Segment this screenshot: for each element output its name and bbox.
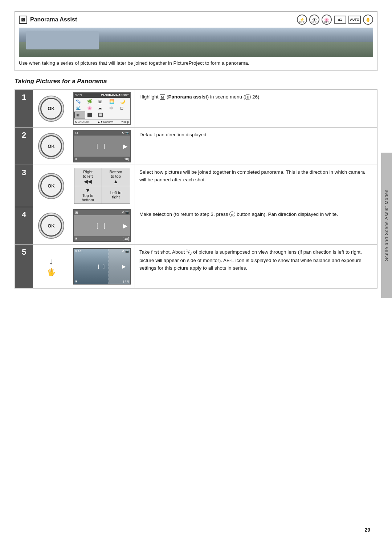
step-1-row: 1 OK SCN PANORAMA ASSIST 🐾 🌿 🏛 🌅 <box>15 90 377 128</box>
ok-button-inner-4: OK <box>40 215 62 237</box>
menu-item: ⚙ <box>108 105 119 111</box>
step-5-number: 5 <box>15 245 33 288</box>
panorama-header: ⊠ Panorama Assist ⚡OFF 👁OFF 🌸OFF ±1 AUTO… <box>19 15 373 25</box>
step-4-description: Make selection (to return to step 3, pre… <box>135 207 377 244</box>
step-1-ok-button: OK <box>33 90 69 127</box>
vf-4-icon-bl: ⊞ <box>75 237 78 241</box>
step-5-screen: ⊠AEL ⚙ 📷 [ ] ▶ ⊞ [ 12] <box>69 245 135 288</box>
camera-image-overlay <box>109 249 130 284</box>
dir-arrow-down: ▼ <box>77 188 99 193</box>
ok-button-inner: OK <box>40 98 62 120</box>
viewfinder-4: ⊠ ⚙ 📷 [ ] ▶ ⊞ [ 18] <box>73 209 131 242</box>
menu-item: 🔲 <box>97 112 107 118</box>
menu-item: 🌿 <box>86 98 97 105</box>
viewfinder-bottom-2: ⊞ [ 18] <box>74 157 130 162</box>
vf-brackets: [ ] <box>97 143 107 149</box>
step-3-row: 3 OK Rightto left ◀◀ Bottomto top ▲ <box>15 165 377 207</box>
menu-item: ◻ <box>119 105 130 111</box>
step-1-menu: SCN PANORAMA ASSIST 🐾 🌿 🏛 🌅 🌙 🌊 🌸 ☁ ⚙ ◻ … <box>73 92 131 125</box>
viewfinder-bottom-4: ⊞ [ 18] <box>74 236 130 241</box>
shutter-down-arrow: ↓ <box>49 256 53 266</box>
menu-item-selected: ⊠ <box>74 112 85 118</box>
step-4-screen: ⊠ ⚙ 📷 [ ] ▶ ⊞ [ 18] <box>69 207 135 244</box>
step-2-screen: ⊠ ⚙ 📷 [ ] ▶ ⊞ [ 18] <box>69 128 135 165</box>
panorama-title-text: Panorama Assist <box>30 16 77 23</box>
camera-bottom-left: ⊞ <box>75 280 78 283</box>
ev-icon: ±1 <box>334 16 346 24</box>
vf-icon-bottom-left: ⊞ <box>75 157 78 161</box>
step-3-direction-diagram: Rightto left ◀◀ Bottomto top ▲ ▼ Top tob… <box>69 165 135 207</box>
vf-4-icons: ⚙ 📷 <box>122 211 129 214</box>
step-1-number: 1 <box>15 90 33 127</box>
viewfinder-top-2: ⊠ ⚙ 📷 <box>74 130 130 136</box>
flash-icon: ⚡OFF <box>297 15 307 25</box>
menu-item: 🌅 <box>108 98 119 105</box>
vf-arrow-right: ▶ <box>123 143 127 150</box>
viewfinder-top-4: ⊠ ⚙ 📷 <box>74 210 130 215</box>
step-2-ok-button: OK <box>33 128 69 165</box>
camera-image-bottom: ⊞ [ 12] <box>74 280 130 283</box>
step-2-row: 2 OK ⊠ ⚙ 📷 [ ] ▶ ⊞ [ 18] <box>15 128 377 165</box>
viewfinder-2: ⊠ ⚙ 📷 [ ] ▶ ⊞ [ 18] <box>73 130 131 162</box>
menu-title: SCN PANORAMA ASSIST <box>74 93 130 98</box>
step-5-description: Take first shot. About 1/3 of picture is… <box>135 245 377 288</box>
vf-4-num: [ 18] <box>122 237 129 241</box>
menu-item: ☁ <box>97 105 107 111</box>
dir-left-to-right: Left toright <box>104 190 128 199</box>
dir-top-to-bottom: Top tobottom <box>77 193 99 202</box>
step-1-screen: SCN PANORAMA ASSIST 🐾 🌿 🏛 🌅 🌙 🌊 🌸 ☁ ⚙ ◻ … <box>69 90 135 127</box>
vf-icon-panorama: ⊠ <box>75 131 78 135</box>
dir-arrow-up: ▲ <box>104 178 128 184</box>
shutter-hand: ↓ 🖐 <box>47 256 56 277</box>
step-5-row: 5 ↓ 🖐 ⊠AEL ⚙ 📷 [ ] ▶ ⊞ [ 12] <box>15 245 377 288</box>
step-4-ok-button: OK <box>33 207 69 244</box>
menu-item: 🌊 <box>74 105 85 111</box>
camera-bottom-right: [ 12] <box>123 280 129 283</box>
side-tab: Scene and Scene Assist Modes <box>381 153 392 298</box>
step-3-description: Select how pictures will be joined toget… <box>135 165 377 207</box>
dir-bottom-to-top: Bottomto top <box>104 170 128 178</box>
camera-top-right: ⚙ 📷 <box>122 250 129 253</box>
menu-item: 🌸 <box>86 105 97 111</box>
menu-item: ⬛ <box>86 112 97 118</box>
dir-arrow-left: ◀◀ <box>77 178 99 184</box>
menu-item: 🏛 <box>97 98 107 105</box>
step-2-description: Default pan direction displayed. <box>135 128 377 165</box>
panorama-icons: ⚡OFF 👁OFF 🌸OFF ±1 AUTO 🤚 <box>297 15 373 25</box>
macro-icon: 🌸OFF <box>322 15 332 25</box>
vf-4-brackets: [ ] <box>97 223 107 229</box>
step-3-number: 3 <box>15 165 33 207</box>
ok-button-outer-3: OK <box>38 173 64 199</box>
step-1-description: Highlight ⊠ (Panorama assist) in scene m… <box>135 90 377 127</box>
step-5-shutter: ↓ 🖐 <box>33 245 69 288</box>
page-number: 29 <box>364 527 370 533</box>
vf-icon-bottom-right: [ 18] <box>122 157 129 161</box>
auto-icon: AUTO <box>348 16 361 24</box>
menu-item: 🐾 <box>74 98 85 105</box>
vf-4-icon: ⊠ <box>75 211 78 214</box>
shutter-finger-icon: 🖐 <box>47 268 56 277</box>
steps-container: 1 OK SCN PANORAMA ASSIST 🐾 🌿 🏛 🌅 <box>15 89 377 289</box>
camera-image-top: ⊠AEL ⚙ 📷 <box>74 250 130 253</box>
panorama-landscape-image <box>19 28 373 57</box>
ok-button-inner-3: OK <box>40 175 62 197</box>
camera-top-left: ⊠AEL <box>75 250 83 253</box>
panorama-description: Use when taking a series of pictures tha… <box>19 60 373 67</box>
step-4-row: 4 OK ⊠ ⚙ 📷 [ ] ▶ ⊞ [ 18] <box>15 207 377 245</box>
camera-image-5: ⊠AEL ⚙ 📷 [ ] ▶ ⊞ [ 12] <box>73 248 131 285</box>
panorama-assist-box: ⊠ Panorama Assist ⚡OFF 👁OFF 🌸OFF ±1 AUTO… <box>15 11 377 71</box>
step-2-number: 2 <box>15 128 33 165</box>
vf-icon-gear: ⚙ 📷 <box>122 131 129 135</box>
ok-button-outer-2: OK <box>38 133 64 159</box>
vf-4-arrow: ▶ <box>123 222 127 229</box>
panorama-icon: ⊠ <box>19 16 27 24</box>
dir-right-to-left: Rightto left <box>77 170 99 178</box>
menu-item: 🌙 <box>119 98 130 105</box>
step-4-number: 4 <box>15 207 33 244</box>
panorama-title: ⊠ Panorama Assist <box>19 16 77 24</box>
ok-button-inner-2: OK <box>40 135 62 157</box>
ok-button-outer-4: OK <box>38 213 64 239</box>
step-3-ok-button: OK <box>33 165 69 207</box>
ok-button-outer: OK <box>38 96 64 122</box>
redeye-icon: 👁OFF <box>309 15 319 25</box>
